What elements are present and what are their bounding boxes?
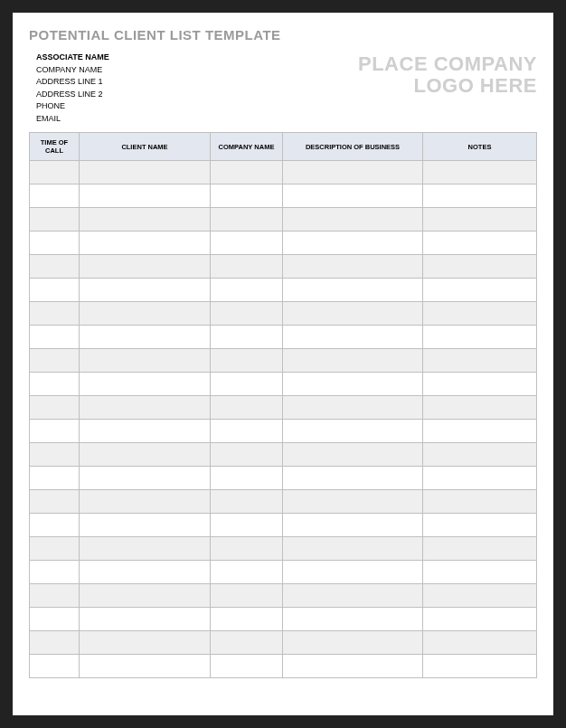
cell-client [80, 208, 211, 232]
cell-time [30, 279, 80, 302]
cell-time [30, 349, 80, 373]
cell-time [30, 655, 80, 678]
table-row [30, 420, 537, 443]
table-row [30, 655, 537, 678]
cell-desc [283, 279, 423, 302]
associate-info: ASSOCIATE NAME COMPANY NAME ADDRESS LINE… [29, 52, 109, 125]
cell-notes [423, 326, 537, 349]
cell-desc [283, 631, 423, 655]
table-row [30, 184, 537, 208]
cell-client [80, 373, 211, 396]
cell-company [211, 279, 283, 302]
table-row [30, 232, 537, 255]
cell-notes [423, 302, 537, 326]
cell-company [211, 655, 283, 678]
cell-company [211, 349, 283, 373]
cell-desc [283, 467, 423, 490]
cell-notes [423, 208, 537, 232]
cell-notes [423, 161, 537, 184]
cell-time [30, 537, 80, 561]
logo-placeholder: PLACE COMPANY LOGO HERE [358, 52, 537, 97]
phone-label: PHONE [36, 100, 109, 113]
table-row [30, 373, 537, 396]
cell-client [80, 302, 211, 326]
table-header-row: TIME OF CALL CLIENT NAME COMPANY NAME DE… [30, 133, 537, 161]
table-row [30, 443, 537, 467]
cell-time [30, 443, 80, 467]
table-row [30, 490, 537, 514]
cell-time [30, 631, 80, 655]
cell-client [80, 326, 211, 349]
cell-notes [423, 631, 537, 655]
cell-time [30, 514, 80, 537]
cell-company [211, 255, 283, 279]
table-row [30, 349, 537, 373]
cell-client [80, 396, 211, 420]
cell-notes [423, 349, 537, 373]
cell-desc [283, 208, 423, 232]
cell-notes [423, 490, 537, 514]
table-row [30, 631, 537, 655]
cell-client [80, 420, 211, 443]
cell-desc [283, 655, 423, 678]
table-row [30, 302, 537, 326]
cell-notes [423, 396, 537, 420]
cell-time [30, 608, 80, 631]
table-row [30, 208, 537, 232]
cell-company [211, 443, 283, 467]
document-page: POTENTIAL CLIENT LIST TEMPLATE ASSOCIATE… [13, 13, 553, 715]
cell-time [30, 561, 80, 584]
logo-line-2: LOGO HERE [358, 75, 537, 97]
cell-company [211, 631, 283, 655]
cell-client [80, 349, 211, 373]
cell-notes [423, 561, 537, 584]
cell-time [30, 396, 80, 420]
header-description: DESCRIPTION OF BUSINESS [283, 133, 423, 161]
cell-time [30, 420, 80, 443]
cell-time [30, 208, 80, 232]
cell-client [80, 443, 211, 467]
cell-client [80, 631, 211, 655]
table-row [30, 255, 537, 279]
table-row [30, 467, 537, 490]
cell-company [211, 373, 283, 396]
email-label: EMAIL [36, 113, 109, 126]
cell-company [211, 608, 283, 631]
cell-client [80, 467, 211, 490]
cell-company [211, 537, 283, 561]
cell-notes [423, 184, 537, 208]
cell-desc [283, 514, 423, 537]
cell-desc [283, 255, 423, 279]
cell-time [30, 184, 80, 208]
table-row [30, 279, 537, 302]
cell-notes [423, 584, 537, 608]
cell-company [211, 514, 283, 537]
cell-desc [283, 608, 423, 631]
cell-time [30, 373, 80, 396]
table-row [30, 326, 537, 349]
associate-name-label: ASSOCIATE NAME [36, 52, 109, 64]
cell-client [80, 490, 211, 514]
cell-company [211, 232, 283, 255]
client-table: TIME OF CALL CLIENT NAME COMPANY NAME DE… [29, 132, 537, 678]
cell-notes [423, 537, 537, 561]
header-company-name: COMPANY NAME [211, 133, 283, 161]
company-name-label: COMPANY NAME [36, 64, 109, 77]
cell-company [211, 161, 283, 184]
cell-notes [423, 655, 537, 678]
cell-company [211, 420, 283, 443]
cell-notes [423, 467, 537, 490]
cell-time [30, 302, 80, 326]
cell-notes [423, 443, 537, 467]
cell-desc [283, 326, 423, 349]
cell-company [211, 208, 283, 232]
header-client-name: CLIENT NAME [80, 133, 211, 161]
cell-company [211, 396, 283, 420]
table-row [30, 561, 537, 584]
table-body [30, 161, 537, 678]
cell-company [211, 302, 283, 326]
cell-notes [423, 279, 537, 302]
cell-desc [283, 302, 423, 326]
cell-desc [283, 396, 423, 420]
cell-client [80, 514, 211, 537]
